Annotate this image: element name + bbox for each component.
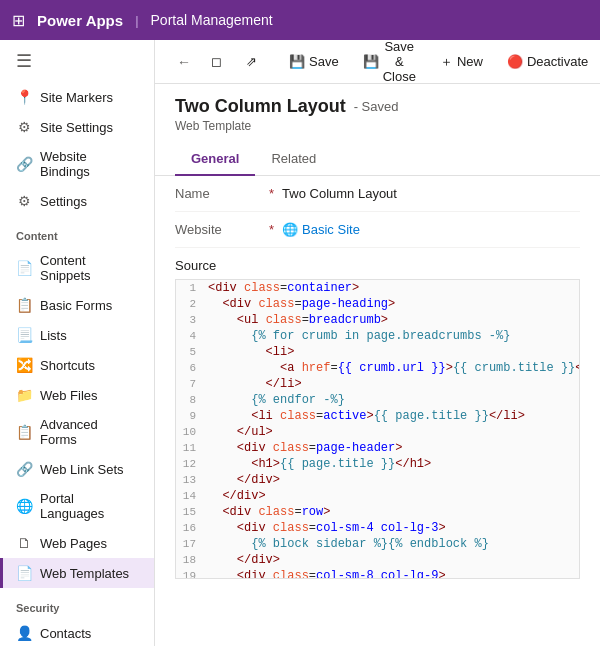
lists-icon: 📃 (16, 327, 32, 343)
website-label: Website (175, 222, 265, 237)
advanced-forms-icon: 📋 (16, 424, 32, 440)
sidebar-item-site-settings[interactable]: ⚙ Site Settings (0, 112, 154, 142)
view-button[interactable]: ◻ (201, 50, 232, 73)
form-fields: Name * Two Column Layout Website * 🌐 Bas… (155, 176, 600, 248)
code-line: 15 <div class=row> (176, 504, 579, 520)
main-area: ← ◻ ⇗ 💾 Save 💾 Save & Close ＋ New 🔴 (155, 40, 600, 646)
source-label: Source (155, 248, 600, 279)
tabs: General Related (155, 143, 600, 176)
sidebar-item-content-snippets[interactable]: 📄 Content Snippets (0, 246, 154, 290)
code-line: 16 <div class=col-sm-4 col-lg-3> (176, 520, 579, 536)
web-files-icon: 📁 (16, 387, 32, 403)
top-bar: ⊞ Power Apps | Portal Management (0, 0, 600, 40)
grid-icon[interactable]: ⊞ (12, 11, 25, 30)
code-line: 17 {% block sidebar %}{% endblock %} (176, 536, 579, 552)
new-tab-button[interactable]: ⇗ (236, 50, 267, 73)
code-line: 7 </li> (176, 376, 579, 392)
sidebar-item-web-files[interactable]: 📁 Web Files (0, 380, 154, 410)
sidebar-item-contacts[interactable]: 👤 Contacts (0, 618, 154, 646)
content-snippets-icon: 📄 (16, 260, 32, 276)
deactivate-icon: 🔴 (507, 54, 523, 69)
website-bindings-icon: 🔗 (16, 156, 32, 172)
name-required-marker: * (269, 186, 274, 201)
sidebar-item-web-templates[interactable]: 📄 Web Templates (0, 558, 154, 588)
sidebar-item-web-link-sets[interactable]: 🔗 Web Link Sets (0, 454, 154, 484)
sidebar-item-site-markers[interactable]: 📍 Site Markers (0, 82, 154, 112)
code-line: 1<div class=container> (176, 280, 579, 296)
hamburger-icon: ☰ (16, 50, 32, 72)
code-line: 18 </div> (176, 552, 579, 568)
code-line: 19 <div class=col-sm-8 col-lg-9> (176, 568, 579, 579)
source-code-editor[interactable]: 1<div class=container> 2 <div class=page… (175, 279, 580, 579)
site-markers-icon: 📍 (16, 89, 32, 105)
sidebar-item-lists[interactable]: 📃 Lists (0, 320, 154, 350)
content-section-header: Content (0, 216, 154, 246)
web-link-sets-icon: 🔗 (16, 461, 32, 477)
save-close-button[interactable]: 💾 Save & Close (353, 40, 426, 88)
code-line: 12 <h1>{{ page.title }}</h1> (176, 456, 579, 472)
page-saved-status: - Saved (354, 99, 399, 114)
code-line: 8 {% endfor -%} (176, 392, 579, 408)
shortcuts-icon: 🔀 (16, 357, 32, 373)
layout: ☰ 📍 Site Markers ⚙ Site Settings 🔗 Websi… (0, 40, 600, 646)
sidebar-item-shortcuts[interactable]: 🔀 Shortcuts (0, 350, 154, 380)
back-button[interactable]: ← (171, 50, 197, 74)
sidebar-item-website-bindings[interactable]: 🔗 Website Bindings (0, 142, 154, 186)
form-row-website: Website * 🌐 Basic Site (175, 212, 580, 248)
new-icon: ＋ (440, 53, 453, 71)
code-line: 4 {% for crumb in page.breadcrumbs -%} (176, 328, 579, 344)
new-button[interactable]: ＋ New (430, 49, 493, 75)
code-line: 10 </ul> (176, 424, 579, 440)
code-line: 6 <a href={{ crumb.url }}>{{ crumb.title… (176, 360, 579, 376)
save-button[interactable]: 💾 Save (279, 50, 349, 73)
code-line: 14 </div> (176, 488, 579, 504)
sidebar-item-settings[interactable]: ⚙ Settings (0, 186, 154, 216)
site-settings-icon: ⚙ (16, 119, 32, 135)
app-logo: Power Apps (37, 12, 123, 29)
contacts-icon: 👤 (16, 625, 32, 641)
page-header: Two Column Layout - Saved Web Template (155, 84, 600, 133)
code-line: 3 <ul class=breadcrumb> (176, 312, 579, 328)
portal-languages-icon: 🌐 (16, 498, 32, 514)
app-name: Portal Management (151, 12, 273, 28)
tab-general[interactable]: General (175, 143, 255, 176)
name-label: Name (175, 186, 265, 201)
code-line: 9 <li class=active>{{ page.title }}</li> (176, 408, 579, 424)
app-name-separator: | (135, 13, 138, 28)
sidebar-item-portal-languages[interactable]: 🌐 Portal Languages (0, 484, 154, 528)
save-icon: 💾 (289, 54, 305, 69)
basic-forms-icon: 📋 (16, 297, 32, 313)
web-pages-icon: 🗋 (16, 535, 32, 551)
new-tab-icon: ⇗ (246, 54, 257, 69)
website-required-marker: * (269, 222, 274, 237)
code-line: 11 <div class=page-header> (176, 440, 579, 456)
name-value: Two Column Layout (282, 186, 397, 201)
toolbar: ← ◻ ⇗ 💾 Save 💾 Save & Close ＋ New 🔴 (155, 40, 600, 84)
hamburger-button[interactable]: ☰ (0, 40, 154, 82)
sidebar-item-advanced-forms[interactable]: 📋 Advanced Forms (0, 410, 154, 454)
globe-icon: 🌐 (282, 222, 298, 237)
page-title: Two Column Layout (175, 96, 346, 117)
save-close-icon: 💾 (363, 54, 379, 69)
sidebar-item-basic-forms[interactable]: 📋 Basic Forms (0, 290, 154, 320)
code-line: 13 </div> (176, 472, 579, 488)
sidebar-item-web-pages[interactable]: 🗋 Web Pages (0, 528, 154, 558)
code-line: 2 <div class=page-heading> (176, 296, 579, 312)
settings-icon: ⚙ (16, 193, 32, 209)
deactivate-button[interactable]: 🔴 Deactivate (497, 50, 598, 73)
security-section-header: Security (0, 588, 154, 618)
view-icon: ◻ (211, 54, 222, 69)
sidebar: ☰ 📍 Site Markers ⚙ Site Settings 🔗 Websi… (0, 40, 155, 646)
form-row-name: Name * Two Column Layout (175, 176, 580, 212)
web-templates-icon: 📄 (16, 565, 32, 581)
code-line: 5 <li> (176, 344, 579, 360)
website-link[interactable]: 🌐 Basic Site (282, 222, 360, 237)
tab-related[interactable]: Related (255, 143, 332, 176)
page-subtitle: Web Template (175, 119, 580, 133)
